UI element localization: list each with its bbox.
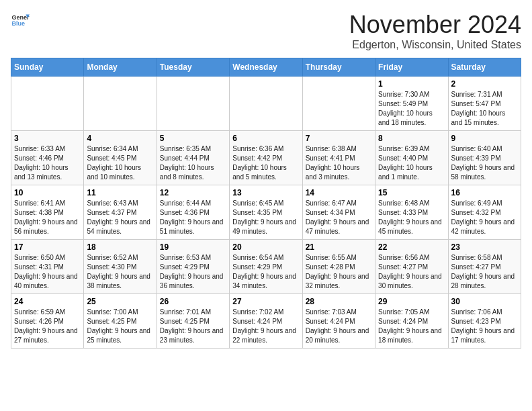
day-number: 29 bbox=[378, 297, 445, 306]
logo: General Blue bbox=[11, 11, 30, 30]
day-number: 14 bbox=[306, 188, 372, 197]
day-info: Sunrise: 6:56 AM Sunset: 4:27 PM Dayligh… bbox=[378, 253, 445, 291]
calendar-day-cell: 8Sunrise: 6:39 AM Sunset: 4:40 PM Daylig… bbox=[375, 131, 448, 185]
day-number: 8 bbox=[378, 134, 445, 143]
day-of-week-header: Monday bbox=[84, 58, 157, 77]
day-info: Sunrise: 6:49 AM Sunset: 4:32 PM Dayligh… bbox=[451, 199, 518, 236]
day-of-week-header: Sunday bbox=[11, 58, 84, 77]
day-info: Sunrise: 6:34 AM Sunset: 4:45 PM Dayligh… bbox=[87, 144, 153, 182]
day-number: 24 bbox=[14, 297, 81, 306]
day-number: 20 bbox=[232, 242, 299, 252]
calendar-week-row: 24Sunrise: 6:59 AM Sunset: 4:26 PM Dayli… bbox=[11, 294, 521, 349]
day-info: Sunrise: 6:55 AM Sunset: 4:28 PM Dayligh… bbox=[306, 253, 372, 291]
day-number: 16 bbox=[451, 188, 518, 197]
day-number: 7 bbox=[306, 134, 372, 143]
calendar-day-cell: 1Sunrise: 7:30 AM Sunset: 5:49 PM Daylig… bbox=[375, 77, 448, 131]
day-info: Sunrise: 7:02 AM Sunset: 4:24 PM Dayligh… bbox=[232, 308, 299, 345]
day-info: Sunrise: 6:52 AM Sunset: 4:30 PM Dayligh… bbox=[87, 253, 153, 291]
day-info: Sunrise: 6:47 AM Sunset: 4:34 PM Dayligh… bbox=[306, 199, 372, 236]
logo-icon: General Blue bbox=[11, 11, 30, 30]
calendar-week-row: 1Sunrise: 7:30 AM Sunset: 5:49 PM Daylig… bbox=[11, 77, 521, 131]
title-section: November 2024 Edgerton, Wisconsin, Unite… bbox=[349, 11, 521, 51]
calendar-day-cell: 20Sunrise: 6:54 AM Sunset: 4:29 PM Dayli… bbox=[230, 240, 302, 294]
calendar-day-cell: 23Sunrise: 6:58 AM Sunset: 4:27 PM Dayli… bbox=[448, 240, 521, 294]
day-number: 15 bbox=[378, 188, 445, 197]
day-number: 10 bbox=[14, 188, 81, 197]
page-title: November 2024 bbox=[349, 11, 521, 39]
day-number: 9 bbox=[451, 134, 518, 143]
day-info: Sunrise: 6:39 AM Sunset: 4:40 PM Dayligh… bbox=[378, 144, 445, 182]
day-info: Sunrise: 6:44 AM Sunset: 4:36 PM Dayligh… bbox=[160, 199, 226, 236]
day-number: 30 bbox=[451, 297, 518, 306]
day-number: 11 bbox=[87, 188, 153, 197]
calendar-table: SundayMondayTuesdayWednesdayThursdayFrid… bbox=[11, 58, 521, 349]
day-info: Sunrise: 6:58 AM Sunset: 4:27 PM Dayligh… bbox=[451, 253, 518, 291]
day-number: 23 bbox=[451, 242, 518, 252]
calendar-day-cell: 7Sunrise: 6:38 AM Sunset: 4:41 PM Daylig… bbox=[302, 131, 375, 185]
day-number: 25 bbox=[87, 297, 153, 306]
day-info: Sunrise: 7:30 AM Sunset: 5:49 PM Dayligh… bbox=[378, 90, 445, 128]
day-info: Sunrise: 6:59 AM Sunset: 4:26 PM Dayligh… bbox=[14, 308, 81, 345]
calendar-day-cell: 18Sunrise: 6:52 AM Sunset: 4:30 PM Dayli… bbox=[84, 240, 157, 294]
calendar-day-cell: 22Sunrise: 6:56 AM Sunset: 4:27 PM Dayli… bbox=[375, 240, 448, 294]
calendar-header: SundayMondayTuesdayWednesdayThursdayFrid… bbox=[11, 58, 521, 77]
calendar-day-cell: 15Sunrise: 6:48 AM Sunset: 4:33 PM Dayli… bbox=[375, 185, 448, 240]
calendar-day-cell: 10Sunrise: 6:41 AM Sunset: 4:38 PM Dayli… bbox=[11, 185, 84, 240]
day-number: 22 bbox=[378, 242, 445, 252]
calendar-day-cell: 12Sunrise: 6:44 AM Sunset: 4:36 PM Dayli… bbox=[157, 185, 229, 240]
days-of-week-row: SundayMondayTuesdayWednesdayThursdayFrid… bbox=[11, 58, 521, 77]
calendar-body: 1Sunrise: 7:30 AM Sunset: 5:49 PM Daylig… bbox=[11, 77, 521, 349]
day-info: Sunrise: 7:05 AM Sunset: 4:24 PM Dayligh… bbox=[378, 308, 445, 345]
day-number: 3 bbox=[14, 134, 81, 143]
calendar-day-cell: 19Sunrise: 6:53 AM Sunset: 4:29 PM Dayli… bbox=[157, 240, 229, 294]
page-subtitle: Edgerton, Wisconsin, United States bbox=[349, 39, 521, 51]
day-info: Sunrise: 6:33 AM Sunset: 4:46 PM Dayligh… bbox=[14, 144, 81, 182]
day-info: Sunrise: 7:06 AM Sunset: 4:23 PM Dayligh… bbox=[451, 308, 518, 345]
day-info: Sunrise: 6:43 AM Sunset: 4:37 PM Dayligh… bbox=[87, 199, 153, 236]
day-number: 1 bbox=[378, 79, 445, 89]
day-of-week-header: Wednesday bbox=[230, 58, 302, 77]
day-info: Sunrise: 6:54 AM Sunset: 4:29 PM Dayligh… bbox=[232, 253, 299, 291]
calendar-day-cell bbox=[84, 77, 157, 131]
day-number: 12 bbox=[160, 188, 226, 197]
calendar-week-row: 10Sunrise: 6:41 AM Sunset: 4:38 PM Dayli… bbox=[11, 185, 521, 240]
calendar-day-cell: 4Sunrise: 6:34 AM Sunset: 4:45 PM Daylig… bbox=[84, 131, 157, 185]
calendar-day-cell: 2Sunrise: 7:31 AM Sunset: 5:47 PM Daylig… bbox=[448, 77, 521, 131]
day-info: Sunrise: 6:48 AM Sunset: 4:33 PM Dayligh… bbox=[378, 199, 445, 236]
calendar-week-row: 17Sunrise: 6:50 AM Sunset: 4:31 PM Dayli… bbox=[11, 240, 521, 294]
day-info: Sunrise: 6:45 AM Sunset: 4:35 PM Dayligh… bbox=[232, 199, 299, 236]
day-info: Sunrise: 7:03 AM Sunset: 4:24 PM Dayligh… bbox=[306, 308, 372, 345]
calendar-day-cell: 29Sunrise: 7:05 AM Sunset: 4:24 PM Dayli… bbox=[375, 294, 448, 349]
calendar-day-cell bbox=[230, 77, 302, 131]
day-info: Sunrise: 6:36 AM Sunset: 4:42 PM Dayligh… bbox=[232, 144, 299, 182]
day-info: Sunrise: 7:00 AM Sunset: 4:25 PM Dayligh… bbox=[87, 308, 153, 345]
page-header: General Blue November 2024 Edgerton, Wis… bbox=[11, 11, 521, 51]
day-of-week-header: Thursday bbox=[302, 58, 375, 77]
day-info: Sunrise: 6:40 AM Sunset: 4:39 PM Dayligh… bbox=[451, 144, 518, 182]
calendar-day-cell bbox=[157, 77, 229, 131]
day-of-week-header: Friday bbox=[375, 58, 448, 77]
calendar-day-cell: 28Sunrise: 7:03 AM Sunset: 4:24 PM Dayli… bbox=[302, 294, 375, 349]
day-number: 27 bbox=[232, 297, 299, 306]
day-number: 17 bbox=[14, 242, 81, 252]
svg-text:Blue: Blue bbox=[11, 20, 25, 27]
calendar-day-cell: 25Sunrise: 7:00 AM Sunset: 4:25 PM Dayli… bbox=[84, 294, 157, 349]
calendar-day-cell: 3Sunrise: 6:33 AM Sunset: 4:46 PM Daylig… bbox=[11, 131, 84, 185]
day-info: Sunrise: 6:53 AM Sunset: 4:29 PM Dayligh… bbox=[160, 253, 226, 291]
day-number: 28 bbox=[306, 297, 372, 306]
day-info: Sunrise: 6:41 AM Sunset: 4:38 PM Dayligh… bbox=[14, 199, 81, 236]
calendar-day-cell: 30Sunrise: 7:06 AM Sunset: 4:23 PM Dayli… bbox=[448, 294, 521, 349]
day-number: 18 bbox=[87, 242, 153, 252]
calendar-day-cell: 16Sunrise: 6:49 AM Sunset: 4:32 PM Dayli… bbox=[448, 185, 521, 240]
calendar-day-cell: 26Sunrise: 7:01 AM Sunset: 4:25 PM Dayli… bbox=[157, 294, 229, 349]
calendar-day-cell: 9Sunrise: 6:40 AM Sunset: 4:39 PM Daylig… bbox=[448, 131, 521, 185]
calendar-day-cell: 6Sunrise: 6:36 AM Sunset: 4:42 PM Daylig… bbox=[230, 131, 302, 185]
day-number: 21 bbox=[306, 242, 372, 252]
day-info: Sunrise: 6:35 AM Sunset: 4:44 PM Dayligh… bbox=[160, 144, 226, 182]
calendar-day-cell: 5Sunrise: 6:35 AM Sunset: 4:44 PM Daylig… bbox=[157, 131, 229, 185]
calendar-day-cell: 27Sunrise: 7:02 AM Sunset: 4:24 PM Dayli… bbox=[230, 294, 302, 349]
day-number: 26 bbox=[160, 297, 226, 306]
day-number: 2 bbox=[451, 79, 518, 89]
day-number: 4 bbox=[87, 134, 153, 143]
calendar-day-cell: 13Sunrise: 6:45 AM Sunset: 4:35 PM Dayli… bbox=[230, 185, 302, 240]
